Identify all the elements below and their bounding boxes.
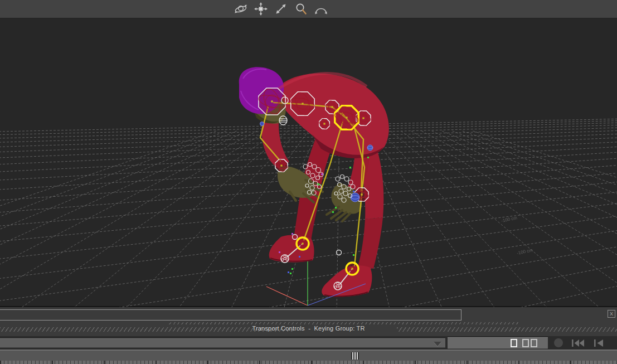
transport-title: Transport Controls - Keying Group: TR (0, 325, 617, 332)
drag-texture (167, 322, 518, 324)
record-button[interactable] (554, 338, 563, 347)
marker-dot (292, 233, 293, 235)
dual-pane-icon[interactable] (522, 339, 529, 347)
drag-grip-icon[interactable] (351, 352, 359, 360)
frame-display-panel (448, 337, 548, 349)
marker-dot (288, 271, 289, 273)
transport-label-bar: Transport Controls - Keying Group: TR (0, 321, 617, 336)
scene-3d-character[interactable]: -100 cm-100 cm (0, 18, 617, 307)
chevron-down-icon[interactable] (434, 342, 441, 346)
go-to-start-button[interactable] (572, 339, 585, 347)
marker-dot (290, 273, 292, 274)
timeline-close-button[interactable]: X (608, 310, 615, 318)
marker-dot (279, 251, 280, 253)
grid-measure-label: -100 cm (501, 215, 518, 224)
marker-dot (353, 191, 354, 192)
single-pane-icon[interactable] (511, 339, 517, 347)
dual-pane-icon[interactable] (531, 339, 537, 347)
marker-dot (292, 268, 293, 270)
zoom-icon[interactable] (293, 2, 309, 16)
transport-bar (0, 336, 617, 350)
marker-dot (318, 183, 319, 185)
timeline-ruler[interactable] (0, 361, 617, 364)
marker-dot (349, 167, 351, 168)
dolly-icon[interactable] (273, 2, 289, 16)
timeline-scrubber[interactable] (0, 338, 445, 348)
rig-control-ankle[interactable] (297, 237, 309, 250)
grid-measure-label: -100 cm (517, 247, 533, 256)
step-back-icon (594, 339, 604, 347)
marker-dot (353, 254, 354, 256)
arc-rotate-icon[interactable] (313, 2, 329, 16)
pan-icon[interactable] (253, 2, 269, 16)
record-icon (554, 338, 563, 347)
step-backward-button[interactable] (594, 339, 604, 347)
marker-dot (321, 173, 323, 175)
orbit-icon[interactable] (233, 2, 249, 16)
marker-dot (332, 211, 334, 213)
rig-control-ankle[interactable] (346, 263, 358, 275)
marker-dot (335, 207, 337, 208)
viewport-3d[interactable]: -100 cm-100 cm (0, 18, 617, 307)
window-resize-bar (0, 350, 617, 361)
skip-to-start-icon (572, 339, 585, 347)
timeline-strip: X (0, 307, 617, 321)
marker-dot (299, 256, 300, 258)
timeline-track[interactable] (0, 309, 461, 321)
application-window: -100 cm-100 cm X Transport Controls - Ke… (0, 0, 617, 364)
viewport-toolbar (0, 0, 617, 18)
marker-dot (367, 157, 369, 158)
